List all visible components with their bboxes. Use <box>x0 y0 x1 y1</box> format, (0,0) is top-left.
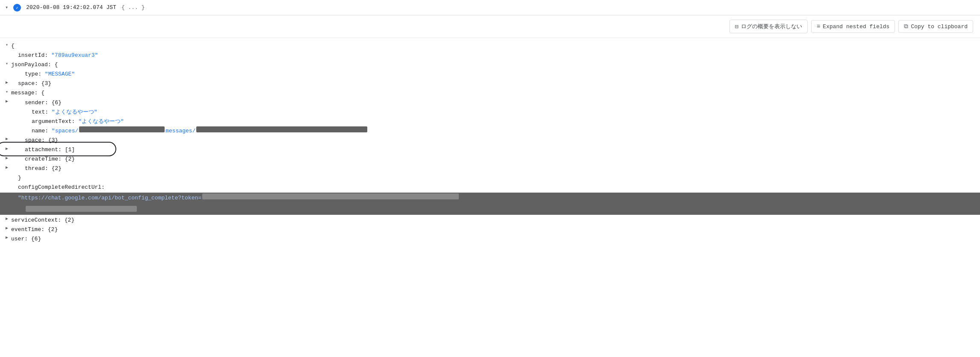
name-prefix: "spaces/ <box>52 126 78 136</box>
log-body: ▾ { insertId: "789au9exuar3" ▾ jsonPaylo… <box>0 38 980 247</box>
insertid-key: insertId: <box>11 51 48 60</box>
toggle-sender[interactable]: ▶ <box>3 98 10 105</box>
space2-collapsed: space: {3} <box>11 136 58 145</box>
main-content: ⊟ ログの概要を表示しない ≡ Expand nested fields ⧉ C… <box>0 15 980 357</box>
name-messages: messages/ <box>165 126 195 136</box>
argumenttext-value: "よくなるやーつ" <box>78 117 124 126</box>
configcomplete-key: configCompleteRedirectUrl: <box>11 183 105 192</box>
text-key: text: <box>11 108 48 117</box>
expand-nested-button[interactable]: ≡ Expand nested fields <box>811 20 895 33</box>
attachment-key: attachment: <box>11 145 65 155</box>
toggle-eventtime[interactable]: ▶ <box>3 225 10 232</box>
svg-text:✓: ✓ <box>16 6 18 9</box>
copy-icon: ⧉ <box>904 23 908 30</box>
log-row-text: text: "よくなるやーつ" <box>0 108 980 117</box>
space1-collapsed: space: {3} <box>11 79 51 88</box>
log-row-space1: ▶ space: {3} <box>0 79 980 88</box>
servicecontext-collapsed: serviceContext: {2} <box>11 216 74 225</box>
log-row-argumenttext: argumentText: "よくなるやーつ" <box>0 117 980 126</box>
log-row-insertid: insertId: "789au9exuar3" <box>0 51 980 60</box>
root-brace: { <box>11 41 15 51</box>
sender-collapsed: sender: {6} <box>11 98 62 108</box>
expand-nested-label: Expand nested fields <box>823 23 889 30</box>
message-close: } <box>11 173 21 183</box>
toggle-thread[interactable]: ▶ <box>3 164 10 171</box>
user-collapsed: user: {6} <box>11 234 41 244</box>
log-row-name: name: "spaces/ messages/ <box>0 126 980 136</box>
toggle-root[interactable]: ▾ <box>3 41 10 48</box>
name-key: name: <box>11 126 48 136</box>
type-value: "MESSAGE" <box>45 70 75 79</box>
log-row-configcomplete-url: "https://chat.google.com/api/bot_config_… <box>0 193 980 204</box>
attachment-value: [1] <box>65 145 75 155</box>
expand-chevron[interactable]: ▾ <box>5 4 8 11</box>
log-row-createtime: ▶ createTime: {2} <box>0 155 980 164</box>
timestamp: 2020-08-08 19:42:02.074 JST <box>26 4 116 11</box>
hide-summary-button[interactable]: ⊟ ログの概要を表示しない <box>729 20 808 33</box>
toggle-createtime[interactable]: ▶ <box>3 155 10 161</box>
argumenttext-key: argumentText: <box>11 117 75 126</box>
log-row-jsonpayload: ▾ jsonPayload: { <box>0 60 980 70</box>
hide-summary-icon: ⊟ <box>735 23 738 30</box>
insertid-value: "789au9exuar3" <box>51 51 98 60</box>
copy-clipboard-button[interactable]: ⧉ Copy to clipboard <box>898 20 973 33</box>
toggle-message[interactable]: ▾ <box>3 88 10 95</box>
message-key: message: { <box>11 88 44 98</box>
createtime-collapsed: createTime: {2} <box>11 155 75 164</box>
toggle-jsonpayload[interactable]: ▾ <box>3 60 10 67</box>
toolbar: ⊟ ログの概要を表示しない ≡ Expand nested fields ⧉ C… <box>0 15 980 38</box>
log-row-space2: ▶ space: {3} <box>0 136 980 145</box>
hide-summary-label: ログの概要を表示しない <box>741 23 802 30</box>
expand-icon: ≡ <box>817 23 820 30</box>
top-bar: ▾ ✓ 2020-08-08 19:42:02.074 JST { ... } <box>0 0 980 15</box>
eventtime-collapsed: eventTime: {2} <box>11 225 58 234</box>
thread-collapsed: thread: {2} <box>11 164 62 173</box>
log-row-root: ▾ { <box>0 41 980 51</box>
jsonpayload-key: jsonPayload: { <box>11 60 58 70</box>
configcomplete-url-redacted2 <box>26 206 137 212</box>
text-value: "よくなるやーつ" <box>52 108 97 117</box>
toggle-user[interactable]: ▶ <box>3 234 10 241</box>
configcomplete-url-prefix: "https://chat.google.com/api/bot_config_… <box>11 193 201 203</box>
log-row-type: type: "MESSAGE" <box>0 70 980 79</box>
name-redacted-2 <box>196 126 367 132</box>
toggle-servicecontext[interactable]: ▶ <box>3 216 10 222</box>
service-icon: ✓ <box>13 4 21 12</box>
log-summary: { ... } <box>121 4 145 11</box>
log-row-message-close: } <box>0 173 980 183</box>
log-row-attachment: ▶ attachment: [1] <box>0 145 980 155</box>
log-row-message: ▾ message: { <box>0 88 980 98</box>
toggle-attachment[interactable]: ▶ <box>3 145 10 152</box>
toggle-space2[interactable]: ▶ <box>3 136 10 143</box>
configcomplete-url-redacted <box>202 193 459 199</box>
log-row-configcomplete-url2 <box>0 204 980 215</box>
type-key: type: <box>11 70 41 79</box>
log-row-sender: ▶ sender: {6} <box>0 98 980 108</box>
name-redacted-1 <box>79 126 165 132</box>
log-row-configcomplete-key: configCompleteRedirectUrl: <box>0 183 980 192</box>
log-row-user: ▶ user: {6} <box>0 234 980 244</box>
log-row-eventtime: ▶ eventTime: {2} <box>0 225 980 234</box>
toggle-space1[interactable]: ▶ <box>3 79 10 86</box>
copy-label: Copy to clipboard <box>911 23 968 30</box>
log-row-thread: ▶ thread: {2} <box>0 164 980 173</box>
log-row-servicecontext: ▶ serviceContext: {2} <box>0 216 980 225</box>
